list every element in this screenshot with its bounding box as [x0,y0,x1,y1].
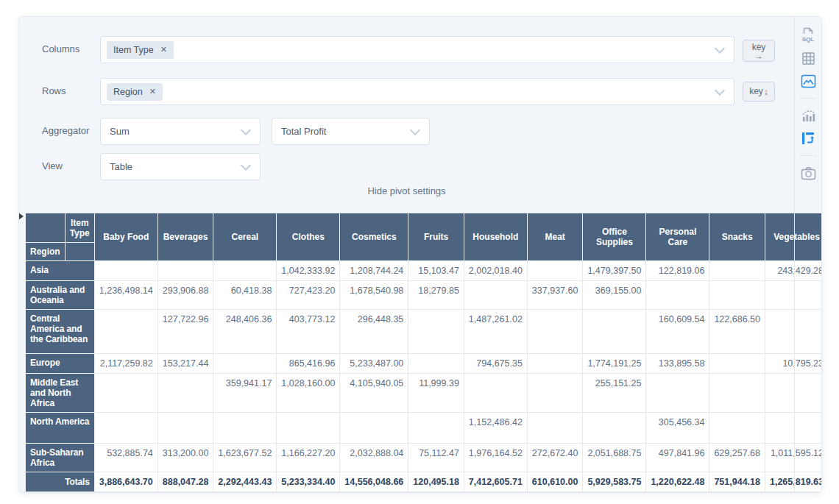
col-header: Fruits [408,213,464,261]
filler-cell [65,243,94,261]
pivot-cell [646,281,709,310]
pivot-cell [94,310,157,354]
remove-tag-icon[interactable]: ✕ [160,46,167,54]
chevron-down-icon [241,160,251,170]
pivot-cell: 1,166,227.20 [277,444,340,472]
sql-icon[interactable]: SQL [799,26,817,44]
aggregator-select[interactable]: Sum [100,118,261,145]
pivot-table-area: Item TypeBaby FoodBeveragesCerealClothes… [25,213,822,492]
pivot-cell: 337,937.60 [527,281,583,310]
toolbar-divider [800,155,816,156]
pivot-cell [646,374,709,413]
pivot-table: Item TypeBaby FoodBeveragesCerealClothes… [25,213,822,492]
col-header: Clothes [277,213,340,261]
pivot-cell: 2,117,259.82 [94,354,157,374]
col-header: Household [464,213,527,261]
aggregator-field-select[interactable]: Total Profit [272,118,430,145]
table-grid-icon[interactable] [799,49,817,67]
pivot-cell [709,261,765,281]
pivot-cell: 296,448.35 [340,310,408,354]
pivot-cell: 153,217.44 [157,354,213,374]
chart-trend-icon[interactable] [799,107,817,124]
pivot-table-icon[interactable] [799,129,817,147]
pivot-cell [709,354,765,374]
row-header: Central America and the Caribbean [26,310,95,354]
pivot-cell: 1,042,333.92 [277,261,340,281]
rows-tag-region[interactable]: Region ✕ [107,83,163,101]
image-chart-icon[interactable] [799,72,817,90]
panel-expand-handle[interactable] [18,213,24,220]
pivot-cell: 255,151.25 [583,374,646,413]
pivot-cell: 127,722.96 [157,310,213,354]
pivot-cell: 1,152,486.42 [464,413,527,444]
pivot-cell: 865,416.96 [277,354,340,374]
pivot-cell: 1,774,191.25 [583,354,646,374]
pivot-cell: 60,418.38 [213,281,277,310]
pivot-cell: 4,105,940.05 [340,374,408,413]
col-attr-label[interactable]: Item Type [65,213,94,243]
tag-label: Item Type [113,45,154,55]
col-total-cell: 3,886,643.70 [94,472,157,492]
view-select[interactable]: Table [100,153,261,180]
pivot-cell: 1,623,677.52 [213,444,277,472]
chevron-down-icon [410,124,420,135]
columns-select[interactable]: Item Type ✕ [100,36,734,63]
aggregator-label: Aggregator [42,126,89,136]
right-toolbar: SQL [794,17,821,492]
pivot-cell: 1,976,164.52 [464,444,527,472]
camera-icon[interactable] [799,164,817,182]
pivot-cell: 293,906.88 [157,281,213,310]
pivot-cell [709,413,765,444]
pivot-cell: 18,279.85 [408,281,464,310]
toolbar-divider [800,98,816,99]
pivot-cell: 727,423.20 [277,281,340,310]
pivot-cell [709,281,765,310]
chevron-down-icon [241,124,251,135]
pivot-cell: 369,155.00 [583,281,646,310]
rows-select[interactable]: Region ✕ [100,78,734,105]
pivot-cell: 122,686.50 [709,310,765,354]
col-total-cell: 610,610.00 [527,472,583,492]
pivot-cell: 1,487,261.02 [464,310,527,354]
hide-pivot-settings-link[interactable]: Hide pivot settings [19,185,794,196]
pivot-cell [527,413,583,444]
pivot-cell: 2,051,688.75 [583,444,646,472]
columns-label: Columns [42,44,79,54]
pivot-cell: 532,885.74 [94,444,157,472]
pivot-cell: 11,999.39 [408,374,464,413]
columns-key-button[interactable]: key → [743,40,775,62]
row-attr-label[interactable]: Region [26,243,66,261]
pivot-cell [408,354,464,374]
col-total-cell: 888,047.28 [157,472,213,492]
col-total-cell: 14,556,048.66 [340,472,408,492]
aggregator-value: Sum [110,126,130,137]
col-header: Beverages [157,213,213,261]
col-total-cell: 7,412,605.71 [464,472,527,492]
pivot-cell: 629,257.68 [709,444,765,472]
col-header: Meat [527,213,583,261]
pivot-settings-panel: Columns Item Type ✕ key → Rows Region ✕ … [19,17,794,208]
columns-tag-item-type[interactable]: Item Type ✕ [107,41,174,59]
pivot-cell: 2,002,018.40 [464,261,527,281]
pivot-cell [527,310,583,354]
pivot-cell: 160,609.54 [646,310,709,354]
pivot-cell [709,374,765,413]
col-total-cell: 120,495.18 [408,472,464,492]
pivot-cell [157,413,213,444]
pivot-cell [340,413,408,444]
pivot-cell [527,261,583,281]
pivot-cell [213,261,277,281]
arrow-right-icon: → [754,52,763,60]
pivot-cell: 497,841.96 [646,444,709,472]
row-header: North America [26,413,95,444]
col-total-cell: 2,292,443.43 [213,472,277,492]
view-label: View [42,161,63,171]
pivot-cell [277,413,340,444]
rows-key-button[interactable]: key ↓ [743,82,775,102]
col-header: Baby Food [94,213,157,261]
col-header: Cosmetics [340,213,408,261]
pivot-cell [527,374,583,413]
remove-tag-icon[interactable]: ✕ [149,88,156,96]
pivot-cell: 1,236,498.14 [94,281,157,310]
chevron-down-icon [715,85,725,95]
